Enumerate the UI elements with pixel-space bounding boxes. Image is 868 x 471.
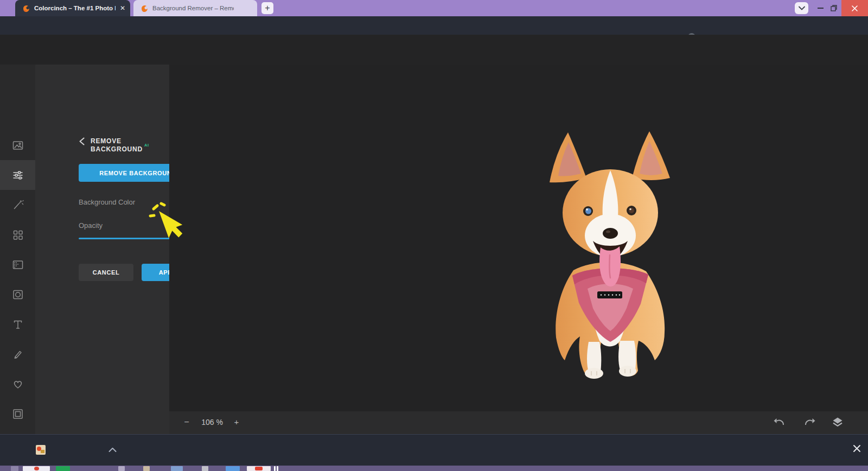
minimize-icon	[818, 8, 824, 9]
heart-icon	[11, 378, 24, 391]
photo-icon	[11, 139, 24, 152]
tab-title: Background Remover – Remove Imag	[152, 5, 234, 11]
sidebar-item-draw[interactable]	[0, 339, 35, 369]
opacity-label: Opacity	[79, 221, 103, 230]
sidebar-item-effects[interactable]	[0, 190, 35, 220]
tab-title: Colorcinch – The #1 Photo Editor	[34, 5, 116, 11]
sidebar-item-filters[interactable]	[0, 220, 35, 250]
undo-icon[interactable]	[773, 417, 786, 428]
close-downloads-icon[interactable]	[853, 444, 861, 453]
taskbar-icon[interactable]	[202, 466, 208, 471]
browser-toolbar: edit.cartoonize.net/image-manager# 4	[0, 16, 868, 35]
zoom-in-button[interactable]: +	[230, 416, 243, 429]
editor-footer: − 106 % +	[169, 411, 868, 434]
sidebar-item-adjust[interactable]	[0, 160, 35, 190]
tab-search-button[interactable]	[795, 2, 808, 14]
taskbar-icon[interactable]	[171, 466, 183, 471]
taskbar-icon[interactable]	[118, 466, 125, 471]
taskbar-icon-highlighted[interactable]	[247, 466, 271, 471]
sidebar-item-frames[interactable]	[0, 399, 35, 429]
taskbar-icon[interactable]	[277, 466, 278, 471]
colorcinch-favicon	[22, 4, 30, 12]
panel-title: REMOVE BACKGROUNDAI	[91, 137, 169, 153]
restore-button[interactable]	[827, 0, 841, 16]
cancel-button[interactable]: CANCEL	[79, 264, 133, 281]
sidebar-item-overlays[interactable]	[0, 279, 35, 309]
taskbar-icon-active[interactable]	[23, 466, 50, 471]
tab-colorcinch[interactable]: Colorcinch – The #1 Photo Editor ✕	[15, 0, 130, 16]
taskbar-icon[interactable]	[226, 466, 240, 471]
layers-icon[interactable]	[831, 416, 844, 429]
downloads-bar: RB_ arrow.png Show all	[0, 434, 868, 466]
tab-strip: Colorcinch – The #1 Photo Editor ✕ Backg…	[0, 0, 868, 16]
corgi-image[interactable]	[545, 130, 674, 379]
remove-background-panel: REMOVE BACKGROUNDAI ? REMOVE BACKGROUND …	[35, 65, 169, 434]
chevron-up-icon[interactable]	[108, 447, 117, 453]
sidebar-item-text[interactable]	[0, 309, 35, 339]
editor-header: Standard Photo Editor Open Save Reset T	[0, 35, 868, 65]
tool-sidebar	[0, 65, 35, 434]
thumbnail-art	[41, 450, 44, 453]
taskbar-icon[interactable]	[56, 466, 70, 471]
ai-badge: AI	[144, 143, 149, 148]
draw-pen-icon	[11, 348, 24, 361]
close-window-button[interactable]	[841, 0, 868, 16]
browser-window: Colorcinch – The #1 Photo Editor ✕ Backg…	[0, 0, 868, 471]
taskbar-icon[interactable]	[274, 466, 276, 471]
overlay-icon	[11, 288, 24, 301]
yellow-cursor-arrow	[148, 199, 191, 245]
filters-grid-icon	[11, 228, 24, 241]
close-icon	[852, 5, 858, 11]
minimize-button[interactable]	[814, 0, 827, 16]
background-color-label: Background Color	[79, 198, 135, 206]
taskbar-icon[interactable]	[143, 466, 150, 471]
zoom-level: 106 %	[194, 418, 230, 427]
textures-icon	[11, 258, 24, 271]
restore-icon	[831, 5, 837, 11]
back-chevron-icon[interactable]	[79, 137, 85, 145]
sidebar-item-graphics[interactable]	[0, 369, 35, 399]
chevron-down-icon	[799, 6, 805, 10]
text-icon	[11, 318, 24, 331]
zoom-out-button[interactable]: −	[180, 416, 193, 429]
redo-icon[interactable]	[803, 417, 816, 428]
download-file-thumbnail[interactable]	[36, 445, 46, 455]
tab-close-icon[interactable]: ✕	[120, 4, 125, 12]
sidebar-item-textures[interactable]	[0, 250, 35, 279]
sidebar-item-photo[interactable]	[0, 130, 35, 160]
tab-background-remover[interactable]: Background Remover – Remove Imag	[133, 0, 257, 16]
editor-canvas[interactable]	[169, 65, 868, 411]
frames-icon	[11, 408, 24, 421]
taskbar-icon[interactable]	[11, 466, 18, 471]
adjust-sliders-icon	[11, 169, 24, 182]
magic-wand-icon	[11, 199, 24, 212]
taskbar	[0, 466, 868, 471]
new-tab-button[interactable]: +	[261, 2, 273, 14]
colorcinch-favicon	[140, 4, 148, 12]
